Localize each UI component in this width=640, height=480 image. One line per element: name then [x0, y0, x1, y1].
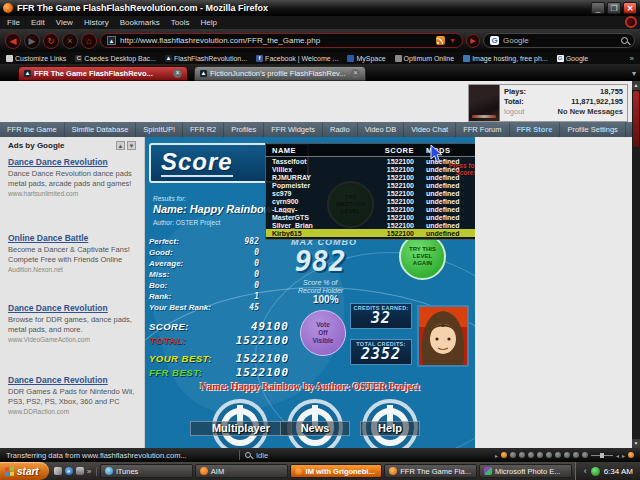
- ad-title-link[interactable]: Dance Dance Revolution: [8, 375, 138, 385]
- nav-ffr-store[interactable]: FFR Store: [509, 122, 560, 137]
- nav-ffr-r2[interactable]: FFR R2: [182, 122, 223, 137]
- taskbar-button-itunes[interactable]: iTunes: [100, 464, 193, 478]
- bookmark-image-hosting[interactable]: Image hosting, free ph...: [463, 55, 548, 62]
- search-bar[interactable]: G Google: [483, 33, 635, 48]
- ad-url[interactable]: www.DDRaction.com: [8, 408, 138, 415]
- arrow-down-icon[interactable]: ▼: [127, 141, 136, 150]
- scrollbar-thumb[interactable]: [633, 91, 639, 147]
- judge-stats-list: Perfect:982 Good:0 Average:0 Miss:0 Boo:…: [149, 237, 259, 314]
- nav-video-chat[interactable]: Video Chat: [403, 122, 455, 137]
- bookmark-optimum[interactable]: Optimum Online: [395, 55, 455, 62]
- bookmark-myspace[interactable]: MySpace: [347, 55, 385, 62]
- menu-view[interactable]: View: [56, 18, 73, 27]
- address-bar[interactable]: ▲ http://www.flashflashrevolution.com/FF…: [100, 33, 463, 48]
- rss-icon[interactable]: [436, 36, 445, 45]
- nav-faq[interactable]: FAQ: [625, 122, 632, 137]
- nav-simfile-database[interactable]: Simfile Database: [64, 122, 136, 137]
- leaderboard-row[interactable]: -Laggy-1522100undefined: [266, 205, 475, 213]
- firefox-icon: [3, 3, 13, 13]
- leaderboard-row[interactable]: cyrn9001522100undefined: [266, 197, 475, 205]
- tab-close-icon[interactable]: ×: [351, 69, 360, 78]
- theme-logo-button[interactable]: [625, 16, 637, 28]
- search-engine-label[interactable]: Google: [503, 36, 617, 45]
- taskbar-button-aim[interactable]: AIM: [195, 464, 288, 478]
- menu-file[interactable]: File: [7, 18, 20, 27]
- tab-ffr-game[interactable]: ▲ FFR The Game FlashFlashRevo... ×: [18, 66, 188, 81]
- restore-button[interactable]: ❐: [607, 2, 621, 14]
- taskbar-button-im[interactable]: IM with Grigonebi...: [290, 464, 383, 478]
- start-button[interactable]: start: [0, 462, 49, 480]
- ffr-icon: ▲: [165, 55, 172, 62]
- scroll-up-icon[interactable]: ▲: [632, 81, 640, 90]
- menu-history[interactable]: History: [84, 18, 109, 27]
- quick-launch-icon[interactable]: [76, 467, 84, 475]
- bookmark-caedes[interactable]: CCaedes Desktop Bac...: [75, 55, 156, 62]
- news-button[interactable]: News: [280, 421, 350, 436]
- nav-ffr-the-game[interactable]: FFR the Game: [0, 122, 64, 137]
- stop-button[interactable]: ×: [62, 33, 78, 49]
- forward-button[interactable]: ▶: [24, 33, 40, 49]
- tab-fictionjunction-profile[interactable]: ▲ FictionJunction's profile FlashFlashRe…: [194, 66, 366, 81]
- nav-video-db[interactable]: Video DB: [357, 122, 404, 137]
- home-button[interactable]: ⌂: [81, 33, 97, 49]
- leaderboard-row[interactable]: sc9791522100undefined: [266, 189, 475, 197]
- internet-explorer-icon[interactable]: e: [65, 467, 73, 475]
- back-button[interactable]: ◀: [5, 33, 21, 49]
- menu-tools[interactable]: Tools: [171, 18, 190, 27]
- reload-button[interactable]: ↻: [43, 33, 59, 49]
- taskbar-button-firefox[interactable]: FFR The Game Fla...: [384, 464, 477, 478]
- ad-url[interactable]: www.VideoGameAction.com: [8, 336, 138, 343]
- bookmark-facebook[interactable]: fFacebook | Welcome ...: [256, 55, 338, 62]
- go-button[interactable]: ▶: [466, 34, 480, 48]
- arrow-up-icon[interactable]: ▲: [116, 141, 125, 150]
- leaderboard-row[interactable]: MasterGTS1522100undefined: [266, 213, 475, 221]
- ad-title-link[interactable]: Dance Dance Revolution: [8, 157, 138, 167]
- multiplayer-button[interactable]: Multiplayer: [190, 421, 292, 436]
- ad-title-link[interactable]: Online Dance Battle: [8, 233, 138, 243]
- bookmarks-overflow-chevron[interactable]: »: [630, 54, 634, 63]
- search-icon[interactable]: [621, 37, 628, 44]
- ad-title-link[interactable]: Dance Dance Revolution: [8, 303, 138, 313]
- statusbar-extension-icons[interactable]: ▸ ◂ ▸: [495, 452, 634, 459]
- logout-link[interactable]: logout: [504, 107, 524, 117]
- ad-url[interactable]: www.hartsunlimited.com: [8, 190, 138, 197]
- nav-profile-settings[interactable]: Profile Settings: [559, 122, 624, 137]
- messages-link[interactable]: No New Messages: [558, 107, 623, 117]
- minimize-button[interactable]: _: [591, 2, 605, 14]
- bookmark-ffr[interactable]: ▲FlashFlashRevolution...: [165, 55, 247, 62]
- ad-url[interactable]: Audition.Nexon.net: [8, 266, 138, 273]
- google-icon: G: [557, 55, 564, 62]
- nav-radio[interactable]: Radio: [322, 122, 357, 137]
- nav-ffr-widgets[interactable]: FFR Widgets: [263, 122, 322, 137]
- nav-spinitup[interactable]: SpinItUP!: [135, 122, 182, 137]
- nav-profiles[interactable]: Profiles: [223, 122, 263, 137]
- taskbar-button-photo-editor[interactable]: Microsoft Photo E...: [479, 464, 572, 478]
- quick-launch-overflow-chevron[interactable]: »: [87, 467, 91, 476]
- page-scrollbar[interactable]: ▲ ▼: [632, 81, 640, 448]
- bookmark-google[interactable]: GGoogle: [557, 55, 589, 62]
- myspace-icon: [347, 55, 354, 62]
- menu-help[interactable]: Help: [200, 18, 216, 27]
- leaderboard-row[interactable]: Popmeister1522100undefined: [266, 181, 475, 189]
- tray-chevron-icon[interactable]: ‹: [584, 466, 587, 476]
- tray-status-icon[interactable]: [591, 467, 600, 476]
- menu-edit[interactable]: Edit: [31, 18, 45, 27]
- leaderboard-row[interactable]: Silver_Brian1522100undefined: [266, 221, 475, 229]
- ffr-game-flash-area[interactable]: Score Results for: Name: Happy Rainbow A…: [145, 137, 475, 448]
- menu-bookmarks[interactable]: Bookmarks: [120, 18, 160, 27]
- bookmark-customize-links[interactable]: Customize Links: [6, 55, 66, 62]
- scroll-down-icon[interactable]: ▼: [632, 439, 640, 448]
- try-this-level-again-button[interactable]: TRY THIS LEVEL AGAIN: [399, 233, 446, 280]
- nav-ffr-forum[interactable]: FFR Forum: [455, 122, 508, 137]
- url-text[interactable]: http://www.flashflashrevolution.com/FFR_…: [120, 36, 432, 45]
- tab-close-icon[interactable]: ×: [173, 69, 182, 78]
- close-button[interactable]: ✕: [623, 2, 637, 14]
- vote-button[interactable]: Vote Off Visible: [300, 310, 346, 356]
- show-desktop-icon[interactable]: [54, 467, 62, 475]
- url-dropdown-icon[interactable]: ▼: [449, 37, 456, 44]
- list-all-tabs-icon[interactable]: ▾: [632, 69, 636, 78]
- leaderboard-row-highlighted[interactable]: Kirby6151522100undefined: [266, 229, 475, 237]
- user-avatar[interactable]: [469, 85, 500, 121]
- quick-launch-bar: e »: [49, 467, 97, 476]
- help-button[interactable]: Help: [360, 421, 420, 436]
